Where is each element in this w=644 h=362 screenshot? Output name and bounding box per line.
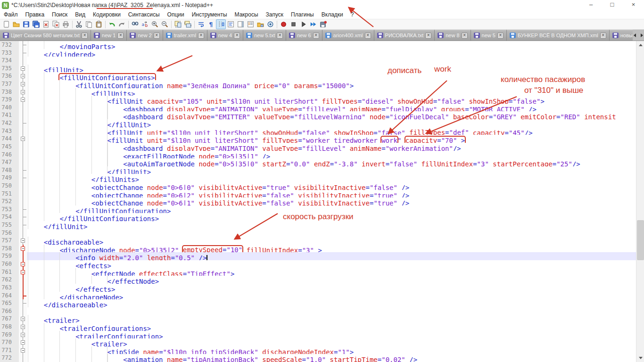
code-line[interactable]: </effects>	[27, 284, 644, 292]
code-line[interactable]: <objectChange node="0>6|1" visibilityAct…	[27, 197, 644, 206]
bookmark-margin[interactable]	[14, 80, 19, 88]
code-line[interactable]: <fillUnit capacity="105" unit="$l10n_uni…	[27, 96, 644, 104]
tab-item[interactable]: arion400.xml×	[322, 30, 374, 41]
vertical-scrollbar[interactable]	[636, 41, 644, 362]
fold-collapse-icon[interactable]	[19, 268, 27, 276]
toolbar-zoom-out-icon[interactable]	[160, 19, 170, 29]
menu-поиск[interactable]: Поиск	[48, 11, 71, 18]
bookmark-margin[interactable]	[14, 41, 19, 49]
bookmark-margin[interactable]	[14, 57, 19, 65]
bookmark-margin[interactable]	[14, 72, 19, 80]
bookmark-margin[interactable]	[14, 354, 19, 362]
code-line[interactable]: </fillUnitConfiguration>	[27, 206, 644, 214]
code-line[interactable]: </fillUnit>	[27, 221, 644, 229]
code-line[interactable]	[27, 307, 644, 315]
bookmark-margin[interactable]	[14, 96, 19, 104]
menu-синтаксисы[interactable]: Синтаксисы	[124, 11, 164, 18]
menu-правка[interactable]: Правка	[22, 11, 49, 18]
code-line[interactable]: <fillUnits>	[27, 88, 644, 96]
tab-item[interactable]: new 5.txt×	[243, 30, 286, 41]
bookmark-margin[interactable]	[14, 299, 19, 307]
bookmark-margin[interactable]	[14, 260, 19, 268]
toolbar-new-file-icon[interactable]	[1, 19, 11, 29]
tab-item[interactable]: new 1×	[91, 30, 127, 41]
tab-item[interactable]: РИСОВАЛКА.txt×	[374, 30, 435, 41]
fold-collapse-icon[interactable]	[19, 72, 27, 80]
tab-item[interactable]: new 8×	[435, 30, 471, 41]
tab-scroll-left-icon[interactable]	[634, 33, 636, 37]
toolbar-macro-save-icon[interactable]	[318, 19, 328, 29]
menu-инструменты[interactable]: Инструменты	[188, 11, 231, 18]
code-line[interactable]: </movingParts>	[27, 41, 644, 49]
toolbar-macro-stop-icon[interactable]	[289, 19, 298, 29]
bookmark-margin[interactable]	[14, 49, 19, 57]
code-line[interactable]: <dashboard displayType="EMITTER" valueTy…	[27, 111, 644, 119]
fold-collapse-icon[interactable]	[19, 260, 27, 268]
code-line[interactable]: <dischargeNode node="0>5|35|2" emptySpee…	[27, 245, 644, 253]
code-line[interactable]: </fillUnit>	[27, 119, 644, 127]
bookmark-margin[interactable]	[14, 206, 19, 214]
menu-файл[interactable]: Файл	[0, 11, 22, 18]
toolbar-open-folder-icon[interactable]	[11, 19, 21, 29]
tab-close-icon[interactable]: ×	[117, 33, 124, 39]
fold-collapse-icon[interactable]	[19, 96, 27, 104]
toolbar-find-icon[interactable]	[130, 19, 140, 29]
tab-close-icon[interactable]: ×	[277, 33, 283, 39]
tab-item[interactable]: trailer.xml×	[163, 30, 207, 41]
code-line[interactable]: <trailerConfigurations>	[27, 323, 644, 331]
bookmark-margin[interactable]	[14, 166, 19, 174]
toolbar-cut-icon[interactable]	[74, 19, 84, 29]
fold-collapse-icon[interactable]	[19, 338, 27, 346]
toolbar-save-all-icon[interactable]	[31, 19, 41, 29]
code-line[interactable]: </dischargeNode>	[27, 292, 644, 300]
tab-close-icon[interactable]: ×	[198, 33, 204, 39]
menu-вид[interactable]: Вид	[71, 11, 89, 18]
code-line[interactable]: <autoAimTargetNode node="0>5|35|0" start…	[27, 158, 644, 166]
code-line[interactable]: <dashboard displayType="ANIMATION" value…	[27, 143, 644, 151]
code-line[interactable]: <exactFillRootNode node="0>5|35|1" />	[27, 151, 644, 159]
bookmark-margin[interactable]	[14, 158, 19, 166]
code-line[interactable]: <fillUnit unit="$l10n_unit_literShort" f…	[27, 135, 644, 143]
toolbar-macro-run-multiple-icon[interactable]	[308, 19, 318, 29]
toolbar-word-wrap-icon[interactable]	[196, 19, 206, 29]
tab-close-icon[interactable]: ×	[600, 33, 606, 39]
tab-scroll-right-icon[interactable]	[641, 33, 643, 37]
toolbar-function-list-icon[interactable]	[226, 19, 236, 29]
code-line[interactable]: <trailer>	[27, 338, 644, 346]
code-line[interactable]: </effectNode>	[27, 276, 644, 284]
bookmark-margin[interactable]	[14, 119, 19, 127]
toolbar-document-list-icon[interactable]	[246, 19, 256, 29]
bookmark-margin[interactable]	[14, 111, 19, 119]
code-editor[interactable]: 732</movingParts>733</cylindered>734735<…	[0, 41, 644, 362]
fold-collapse-icon[interactable]	[19, 135, 27, 143]
code-line[interactable]	[27, 57, 644, 65]
tab-close-icon[interactable]: ×	[462, 33, 468, 39]
toolbar-document-map-icon[interactable]	[236, 19, 246, 29]
fold-collapse-icon[interactable]	[19, 65, 27, 73]
toolbar-print-icon[interactable]	[61, 19, 71, 29]
fold-collapse-icon[interactable]	[19, 237, 27, 245]
code-line[interactable]: <animation name="tipAnimationBack" speed…	[27, 354, 644, 362]
code-line[interactable]: <fillUnitConfigurations>	[27, 72, 644, 80]
bookmark-margin[interactable]	[14, 88, 19, 96]
bookmark-margin[interactable]	[14, 190, 19, 198]
toolbar-close-icon[interactable]	[41, 19, 51, 29]
tab-close-icon[interactable]: ×	[365, 33, 371, 39]
code-line[interactable]: </fillUnits>	[27, 174, 644, 182]
code-line[interactable]: <trailerConfiguration>	[27, 331, 644, 339]
bookmark-margin[interactable]	[14, 143, 19, 151]
code-line[interactable]: </fillUnitConfigurations>	[27, 213, 644, 221]
toolbar-save-icon[interactable]	[21, 19, 31, 29]
code-line[interactable]: <fillUnit unit="$l10n_unit_literShort" s…	[27, 127, 644, 135]
toolbar-undo-icon[interactable]	[107, 19, 117, 29]
scrollbar-thumb[interactable]	[637, 220, 644, 260]
menu-?[interactable]: ?	[347, 11, 358, 18]
fold-collapse-icon[interactable]	[19, 315, 27, 323]
tab-item[interactable]: new 5×	[471, 30, 507, 41]
bookmark-margin[interactable]	[14, 346, 19, 354]
fold-collapse-icon[interactable]	[19, 346, 27, 354]
tab-close-icon[interactable]: ×	[425, 33, 431, 39]
bookmark-margin[interactable]	[14, 331, 19, 339]
menu-макросы[interactable]: Макросы	[231, 11, 262, 18]
bookmark-margin[interactable]	[14, 197, 19, 206]
